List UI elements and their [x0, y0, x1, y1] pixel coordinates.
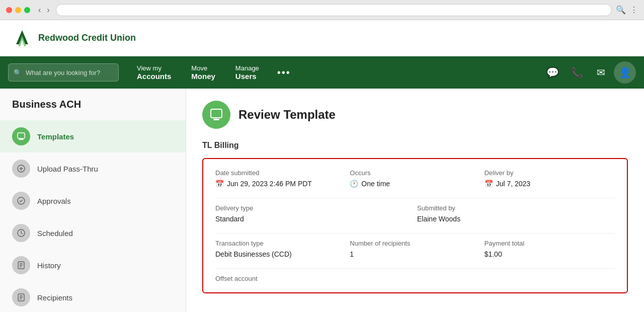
logo-area: Redwood Credit Union	[12, 28, 136, 48]
card-row-1: Date submitted 📅 Jun 29, 2023 2:46 PM PD…	[215, 169, 615, 188]
deliver-by-label: Deliver by	[485, 169, 615, 177]
sidebar-history-label: History	[37, 261, 61, 270]
card-row-3: Transaction type Debit Businesses (CCD) …	[215, 240, 615, 258]
search-icon: 🔍	[14, 69, 22, 76]
sidebar-scheduled-label: Scheduled	[37, 229, 73, 238]
num-recipients-value: 1	[350, 250, 480, 258]
sidebar-templates-label: Templates	[37, 132, 74, 141]
transaction-type-field: Transaction type Debit Businesses (CCD)	[215, 240, 346, 258]
back-button[interactable]: ‹	[36, 5, 43, 16]
date-submitted-text: Jun 29, 2023 2:46 PM PDT	[227, 180, 312, 188]
nav-bar: 🔍 What are you looking for? View my Acco…	[0, 56, 644, 89]
submitted-by-label: Submitted by	[417, 204, 615, 212]
browser-chrome: ‹ › 🔍 ⋮	[0, 0, 644, 20]
deliver-by-value: 📅 Jul 7, 2023	[485, 180, 615, 188]
chat-button[interactable]: 💬	[541, 61, 564, 84]
payment-total-value: $1.00	[485, 250, 615, 258]
user-profile-button[interactable]: 👤	[614, 61, 636, 84]
transaction-type-value: Debit Businesses (CCD)	[215, 250, 346, 258]
sidebar: Business ACH Templates	[0, 89, 186, 312]
traffic-lights	[6, 7, 30, 13]
calendar-icon: 📅	[215, 180, 224, 188]
clock-icon: 🕐	[350, 180, 358, 188]
nav-accounts-label: Accounts	[137, 72, 171, 81]
nav-arrows: ‹ ›	[36, 5, 52, 16]
maximize-button[interactable]	[24, 7, 30, 13]
deliver-by-text: Jul 7, 2023	[496, 180, 531, 188]
logo-text: Redwood Credit Union	[38, 33, 136, 43]
payment-total-field: Payment total $1.00	[485, 240, 615, 258]
forward-button[interactable]: ›	[45, 5, 51, 16]
offset-account-field: Offset account	[215, 275, 615, 282]
submitted-by-field: Submitted by Elaine Woods	[417, 204, 615, 223]
sidebar-title: Business ACH	[0, 99, 186, 120]
occurs-label: Occurs	[350, 169, 480, 177]
nav-money-sub: Move	[191, 64, 215, 72]
sidebar-item-approvals[interactable]: Approvals	[0, 185, 186, 217]
svg-rect-19	[213, 119, 219, 120]
browser-menu-icon[interactable]: ⋮	[630, 5, 638, 15]
nav-actions: 💬 📞 ✉ 👤	[541, 61, 636, 84]
card-row-2: Delivery type Standard Submitted by Elai…	[215, 204, 615, 223]
sidebar-recipients-label: Recipients	[37, 293, 72, 302]
recipients-icon	[12, 288, 30, 306]
address-bar[interactable]	[56, 4, 612, 16]
divider-3	[215, 268, 615, 269]
phone-button[interactable]: 📞	[566, 61, 588, 84]
svg-rect-2	[18, 133, 25, 138]
history-icon	[12, 256, 30, 274]
approvals-icon	[12, 192, 30, 210]
page-icon	[202, 101, 230, 129]
templates-icon	[12, 127, 30, 145]
svg-rect-3	[19, 139, 24, 140]
nav-item-users[interactable]: Manage Users	[225, 56, 269, 89]
num-recipients-field: Number of recipients 1	[350, 240, 480, 258]
page-header: Review Template	[202, 101, 628, 129]
template-card: Date submitted 📅 Jun 29, 2023 2:46 PM PD…	[202, 158, 628, 293]
app: Redwood Credit Union 🔍 What are you look…	[0, 20, 644, 312]
email-button[interactable]: ✉	[590, 61, 612, 84]
logo-icon	[12, 28, 32, 48]
payment-total-label: Payment total	[485, 240, 615, 247]
sidebar-item-upload[interactable]: Upload Pass-Thru	[0, 152, 186, 185]
date-submitted-value: 📅 Jun 29, 2023 2:46 PM PDT	[215, 180, 346, 188]
occurs-value: 🕐 One time	[350, 180, 480, 188]
close-button[interactable]	[6, 7, 12, 13]
svg-rect-18	[211, 109, 222, 118]
delivery-type-label: Delivery type	[215, 204, 413, 212]
page-title: Review Template	[238, 108, 336, 122]
divider-1	[215, 198, 615, 198]
sidebar-item-templates[interactable]: Templates	[0, 120, 186, 152]
nav-users-label: Users	[235, 72, 259, 81]
occurs-field: Occurs 🕐 One time	[350, 169, 480, 188]
nav-item-money[interactable]: Move Money	[181, 56, 225, 89]
date-submitted-field: Date submitted 📅 Jun 29, 2023 2:46 PM PD…	[215, 169, 346, 188]
sidebar-item-scheduled[interactable]: Scheduled	[0, 217, 186, 249]
browser-icons: 🔍 ⋮	[616, 5, 638, 15]
sidebar-approvals-label: Approvals	[37, 197, 71, 205]
scheduled-icon	[12, 224, 30, 242]
transaction-type-label: Transaction type	[215, 240, 346, 247]
delivery-type-value: Standard	[215, 215, 413, 223]
date-submitted-label: Date submitted	[215, 169, 346, 177]
svg-line-9	[21, 233, 23, 234]
nav-item-accounts[interactable]: View my Accounts	[127, 56, 181, 89]
browser-search-icon[interactable]: 🔍	[616, 5, 626, 15]
search-placeholder: What are you looking for?	[26, 69, 100, 76]
sidebar-item-recipients[interactable]: Recipients	[0, 281, 186, 312]
upload-icon	[12, 160, 30, 178]
num-recipients-label: Number of recipients	[350, 240, 480, 247]
logo-bar: Redwood Credit Union	[0, 20, 644, 56]
main-content: Business ACH Templates	[0, 89, 644, 312]
page-content: Review Template TL Billing Date submitte…	[186, 89, 644, 312]
divider-2	[215, 233, 615, 233]
nav-users-sub: Manage	[235, 64, 259, 72]
sidebar-item-history[interactable]: History	[0, 249, 186, 281]
nav-items: View my Accounts Move Money Manage Users…	[127, 56, 541, 89]
section-label: TL Billing	[202, 141, 628, 150]
delivery-type-field: Delivery type Standard	[215, 204, 413, 223]
search-box[interactable]: 🔍 What are you looking for?	[8, 63, 119, 82]
nav-more-button[interactable]: •••	[269, 67, 299, 79]
submitted-by-value: Elaine Woods	[417, 215, 615, 223]
minimize-button[interactable]	[15, 7, 21, 13]
